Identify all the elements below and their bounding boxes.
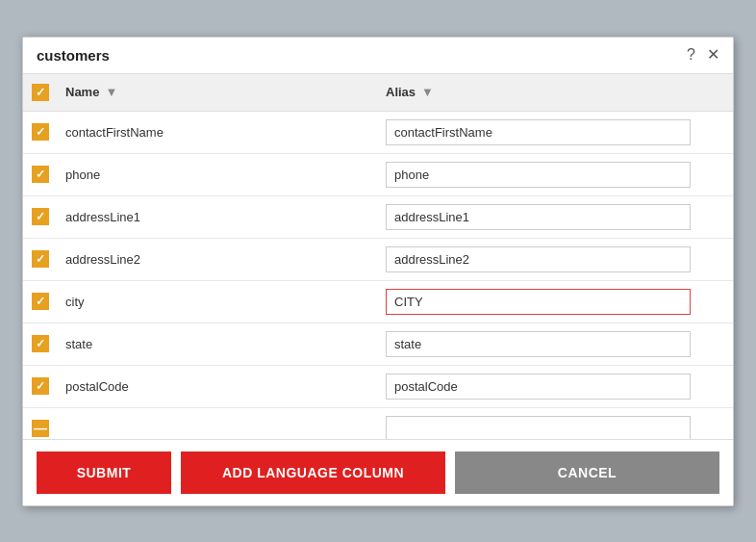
header-checkbox[interactable]: ✓: [32, 84, 49, 101]
row-alias-input[interactable]: [386, 331, 691, 357]
row-checkbox-cell: ✓: [23, 377, 58, 395]
name-label: Name: [65, 85, 99, 99]
check-icon: ✓: [36, 168, 45, 181]
table-header: ✓ Name ▼ Alias ▼: [23, 74, 733, 112]
row-name: city: [58, 287, 378, 317]
alias-filter-icon[interactable]: ▼: [421, 85, 434, 99]
table-row: ✓ city: [23, 281, 733, 323]
dialog-title: customers: [37, 47, 110, 64]
add-language-button[interactable]: ADD LANGUAGE COLUMN: [181, 452, 445, 494]
table-row: ✓ addressLine2: [23, 239, 733, 281]
partial-row-name: [58, 421, 378, 436]
name-column-header: Name ▼: [58, 75, 378, 109]
row-checkbox-cell: ✓: [23, 123, 58, 141]
partial-row: —: [23, 408, 733, 439]
row-alias-input[interactable]: [386, 246, 691, 272]
row-alias-input[interactable]: [386, 204, 691, 230]
table-body[interactable]: ✓ contactFirstName ✓ phone ✓ addressLine…: [23, 112, 733, 439]
row-checkbox-cell: ✓: [23, 166, 58, 183]
header-check-icon: ✓: [36, 86, 45, 99]
check-icon: ✓: [36, 125, 45, 139]
partial-dash-icon: —: [34, 422, 47, 435]
dialog-title-bar: customers ? ✕: [23, 38, 733, 74]
check-icon: ✓: [36, 295, 45, 308]
row-alias-cell: [378, 114, 698, 151]
partial-row-alias-input[interactable]: [386, 416, 691, 439]
check-icon: ✓: [36, 337, 45, 350]
row-checkbox[interactable]: ✓: [32, 377, 49, 395]
header-checkbox-cell: ✓: [23, 74, 58, 111]
table-row: ✓ contactFirstName: [23, 112, 733, 154]
dialog: customers ? ✕ ✓ Name ▼ Alias ▼ ✓: [22, 37, 734, 506]
row-checkbox-cell: ✓: [23, 250, 58, 268]
table-row: ✓ postalCode: [23, 366, 733, 408]
partial-row-checkbox-cell: —: [23, 420, 58, 437]
row-checkbox[interactable]: ✓: [32, 250, 49, 268]
partial-row-alias: [378, 410, 698, 439]
row-checkbox[interactable]: ✓: [32, 293, 49, 310]
table-row: ✓ state: [23, 323, 733, 366]
row-checkbox-cell: ✓: [23, 293, 58, 310]
row-checkbox[interactable]: ✓: [32, 166, 49, 183]
row-alias-cell: [378, 156, 698, 194]
dialog-footer: SUBMIT ADD LANGUAGE COLUMN CANCEL: [23, 439, 733, 505]
rows-container: ✓ contactFirstName ✓ phone ✓ addressLine…: [23, 112, 733, 408]
check-icon: ✓: [36, 252, 45, 266]
check-icon: ✓: [36, 210, 45, 223]
partial-checkbox[interactable]: —: [32, 420, 49, 437]
check-icon: ✓: [36, 379, 45, 393]
row-checkbox-cell: ✓: [23, 208, 58, 225]
row-checkbox[interactable]: ✓: [32, 208, 49, 225]
row-alias-input[interactable]: [386, 162, 691, 188]
row-alias-cell: [378, 325, 698, 363]
row-name: postalCode: [58, 372, 378, 401]
row-checkbox[interactable]: ✓: [32, 123, 49, 141]
row-name: addressLine2: [58, 245, 378, 274]
row-checkbox-cell: ✓: [23, 335, 58, 352]
row-alias-cell: [378, 283, 698, 321]
alias-label: Alias: [386, 85, 416, 99]
table-row: ✓ addressLine1: [23, 196, 733, 239]
alias-column-header: Alias ▼: [378, 75, 698, 109]
submit-button[interactable]: SUBMIT: [37, 452, 171, 494]
row-name: contactFirstName: [58, 117, 378, 147]
row-name: state: [58, 329, 378, 359]
row-alias-cell: [378, 368, 698, 405]
title-bar-icons: ? ✕: [687, 47, 719, 63]
help-button[interactable]: ?: [687, 47, 695, 63]
row-alias-cell: [378, 198, 698, 236]
row-alias-cell: [378, 241, 698, 278]
table-row: ✓ phone: [23, 154, 733, 196]
close-button[interactable]: ✕: [707, 47, 719, 63]
row-checkbox[interactable]: ✓: [32, 335, 49, 352]
row-alias-input[interactable]: [386, 289, 691, 315]
row-alias-input[interactable]: [386, 119, 691, 145]
name-filter-icon[interactable]: ▼: [105, 85, 117, 99]
row-name: addressLine1: [58, 202, 378, 232]
row-alias-input[interactable]: [386, 374, 691, 400]
cancel-button[interactable]: CANCEL: [455, 452, 719, 494]
row-name: phone: [58, 160, 378, 190]
